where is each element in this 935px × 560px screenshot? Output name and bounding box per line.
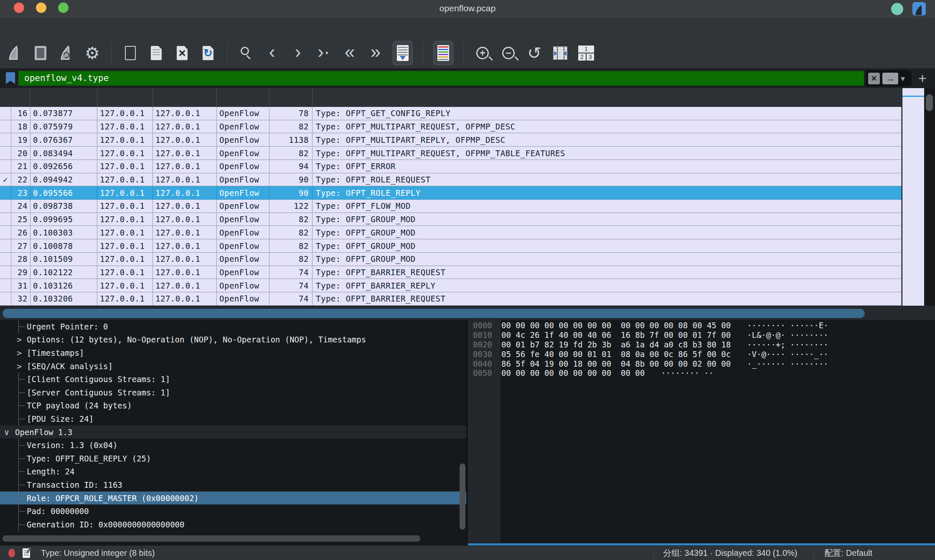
hex-bytes[interactable]: 05 56 fe 40 00 00 01 01 08 0a 00 0c 86 5… [501,350,731,359]
details-horizontal-scrollbar[interactable] [0,535,455,542]
detail-tree-row[interactable]: > [Timestamps] [0,346,466,360]
column-header[interactable] [217,88,269,107]
tree-expander-icon[interactable] [16,412,18,426]
packet-row[interactable]: 26 0.100303 127.0.0.1 127.0.0.1 OpenFlow… [0,226,902,239]
packet-row[interactable]: 32 0.103206 127.0.0.1 127.0.0.1 OpenFlow… [0,292,902,306]
layout-button[interactable]: 1 2 3 [577,42,595,64]
tree-expander-icon[interactable]: > [16,346,23,360]
scrollbar-thumb[interactable] [3,535,420,542]
hex-row[interactable]: 0030 05 56 fe 40 00 00 01 01 08 0a 00 0c… [468,349,935,359]
detail-tree-row[interactable]: > [SEQ/ACK analysis] [0,360,466,373]
find-packet-button[interactable] [237,42,255,64]
go-back-button[interactable]: ‹ [263,42,281,64]
packet-row[interactable]: 29 0.102122 127.0.0.1 127.0.0.1 OpenFlow… [0,266,902,279]
hex-bytes[interactable]: 00 00 00 00 00 00 00 00 00 00 [501,368,645,378]
packet-row[interactable]: 18 0.075979 127.0.0.1 127.0.0.1 OpenFlow… [0,120,902,134]
packet-row[interactable]: 28 0.101509 127.0.0.1 127.0.0.1 OpenFlow… [0,253,902,266]
column-header[interactable] [153,88,217,107]
detail-tree-row[interactable]: ∨ OpenFlow 1.3 [0,426,466,439]
close-file-button[interactable]: × [173,42,191,64]
detail-tree-row[interactable]: Type: OFPT_ROLE_REPLY (25) [0,452,466,465]
save-file-button[interactable] [147,42,165,64]
column-header[interactable] [269,88,313,107]
column-header[interactable] [313,88,902,107]
colorize-packets-button[interactable] [433,41,453,65]
packet-row[interactable]: 24 0.098738 127.0.0.1 127.0.0.1 OpenFlow… [0,200,902,213]
tree-expander-icon[interactable]: > [16,360,23,373]
tree-expander-icon[interactable] [16,492,18,505]
hex-row[interactable]: 0000 00 00 00 00 00 00 00 00 00 00 00 00… [468,321,935,330]
capture-options-button[interactable]: ⚙ [84,42,101,64]
hex-bytes[interactable]: 86 5f 04 19 00 18 00 00 04 8b 00 00 00 0… [501,359,731,368]
detail-tree-row[interactable]: Length: 24 [0,465,466,479]
go-last-packet-button[interactable]: » [367,42,384,64]
detail-tree-row[interactable]: Version: 1.3 (0x04) [0,438,466,452]
go-first-packet-button[interactable]: « [341,42,358,64]
go-to-packet-button[interactable]: ›· [315,42,333,64]
packet-row[interactable]: 25 0.099695 127.0.0.1 127.0.0.1 OpenFlow… [0,213,902,226]
display-filter-input[interactable]: openflow_v4.type [18,71,864,86]
tree-expander-icon[interactable] [16,518,18,531]
packet-row[interactable]: 31 0.103126 127.0.0.1 127.0.0.1 OpenFlow… [0,279,902,292]
hex-row[interactable]: 0040 86 5f 04 19 00 18 00 00 04 8b 00 00… [468,359,935,368]
detail-tree-row[interactable]: Generation ID: 0x0000000000000000 [0,518,466,531]
filter-add-button[interactable]: + [915,70,930,86]
tree-expander-icon[interactable]: ∨ [3,426,10,439]
column-header[interactable] [0,88,30,107]
packet-row[interactable]: 16 0.073877 127.0.0.1 127.0.0.1 OpenFlow… [0,107,902,120]
filter-bookmark-icon[interactable] [6,72,15,84]
scrollbar-thumb[interactable] [460,464,465,530]
zoom-out-button[interactable]: − [500,42,517,64]
column-header[interactable] [97,88,153,107]
packet-row[interactable]: 21 0.092656 127.0.0.1 127.0.0.1 OpenFlow… [0,160,902,173]
hex-row[interactable]: 0020 00 01 b7 82 19 fd 2b 3b a6 1a d4 a0… [468,340,935,350]
detail-tree-row[interactable]: TCP payload (24 bytes) [0,399,466,413]
packet-row[interactable]: 27 0.100878 127.0.0.1 127.0.0.1 OpenFlow… [0,239,902,253]
zoom-in-button[interactable]: + [474,42,491,64]
hex-row[interactable]: 0010 00 4c 26 1f 40 00 40 06 16 8b 7f 00… [468,330,935,340]
zoom-reset-button[interactable]: ↺ [526,42,543,64]
start-capture-button[interactable] [6,42,23,64]
tree-expander-icon[interactable] [16,504,18,518]
packet-row[interactable]: 19 0.076367 127.0.0.1 127.0.0.1 OpenFlow… [0,133,902,147]
open-file-button[interactable] [122,42,139,64]
hex-bytes[interactable]: 00 00 00 00 00 00 00 00 00 00 00 00 08 0… [501,321,731,330]
resize-columns-button[interactable] [551,42,569,64]
packet-list-vertical-scrollbar[interactable] [924,88,935,306]
profile-selector[interactable]: 配置: Default [814,547,935,559]
tree-expander-icon[interactable] [16,399,18,413]
detail-tree-row[interactable]: > Options: (12 bytes), No-Operation (NOP… [0,333,466,347]
stop-capture-button[interactable] [32,42,49,64]
detail-tree-row[interactable]: [Client Contiguous Streams: 1] [0,372,466,386]
packet-list-horizontal-scrollbar[interactable] [0,306,935,320]
filter-history-caret[interactable]: ▾ [901,73,905,84]
tree-expander-icon[interactable] [16,438,18,452]
tree-expander-icon[interactable] [16,320,18,333]
detail-tree-row[interactable]: [PDU Size: 24] [0,412,466,426]
detail-tree-row[interactable]: Pad: 00000000 [0,504,466,518]
packet-row[interactable]: 23 0.095566 127.0.0.1 127.0.0.1 OpenFlow… [0,186,902,200]
filter-apply-button[interactable]: → [882,73,898,84]
tree-expander-icon[interactable] [16,465,18,479]
detail-tree-row[interactable]: Urgent Pointer: 0 [0,320,466,333]
reload-file-button[interactable]: ↻ [199,42,217,64]
details-vertical-scrollbar[interactable] [460,320,465,545]
tree-expander-icon[interactable] [16,372,18,386]
detail-tree-row[interactable]: Transaction ID: 1163 [0,478,466,492]
tree-expander-icon[interactable]: > [16,333,23,347]
detail-tree-row[interactable]: [Server Contiguous Streams: 1] [0,386,466,399]
tree-expander-icon[interactable] [16,386,18,399]
go-forward-button[interactable]: › [289,42,307,64]
tree-expander-icon[interactable] [16,452,18,465]
packet-row[interactable]: 20 0.083494 127.0.0.1 127.0.0.1 OpenFlow… [0,147,902,160]
filter-clear-button[interactable]: × [868,73,880,84]
packet-row[interactable]: ✓ 22 0.094942 127.0.0.1 127.0.0.1 OpenFl… [0,173,902,187]
detail-tree-row[interactable]: Role: OFPCR_ROLE_MASTER (0x00000002) [0,492,466,505]
capture-comment-icon[interactable] [23,548,30,558]
hex-row[interactable]: 0050 00 00 00 00 00 00 00 00 00 00 ·····… [468,368,935,378]
intelligent-scrollbar-minimap[interactable] [902,88,924,306]
hex-bytes[interactable]: 00 4c 26 1f 40 00 40 06 16 8b 7f 00 00 0… [501,330,731,340]
tree-expander-icon[interactable] [16,478,18,492]
hex-bytes[interactable]: 00 01 b7 82 19 fd 2b 3b a6 1a d4 a0 c8 b… [501,340,731,349]
column-header[interactable] [30,88,97,107]
